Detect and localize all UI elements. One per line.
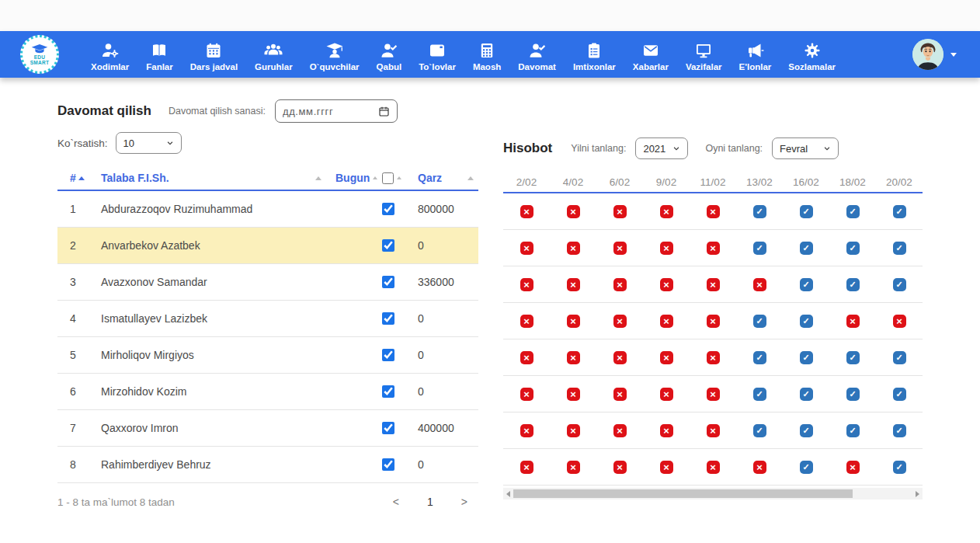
absent-x-icon[interactable]: ×: [660, 388, 673, 401]
horizontal-scrollbar[interactable]: [503, 488, 923, 499]
present-check-icon[interactable]: ✓: [753, 242, 766, 255]
absent-x-icon[interactable]: ×: [660, 351, 673, 364]
scrollbar-thumb[interactable]: [513, 489, 853, 498]
present-check-icon[interactable]: ✓: [753, 205, 766, 218]
absent-x-icon[interactable]: ×: [707, 388, 720, 401]
present-check-icon[interactable]: ✓: [846, 278, 860, 291]
absent-x-icon[interactable]: ×: [520, 461, 533, 474]
absent-x-icon[interactable]: ×: [707, 351, 720, 364]
absent-x-icon[interactable]: ×: [520, 315, 533, 328]
absent-x-icon[interactable]: ×: [707, 424, 720, 437]
present-check-icon[interactable]: ✓: [753, 351, 766, 364]
attendance-checkbox[interactable]: [382, 422, 394, 434]
sort-icon[interactable]: [373, 176, 377, 179]
table-row[interactable]: 6Mirzohidov Kozim0: [57, 374, 478, 410]
present-check-icon[interactable]: ✓: [800, 242, 813, 255]
table-row[interactable]: 8Rahimberdiyev Behruz0: [57, 447, 478, 483]
nav-item-xodimlar[interactable]: Xodimlar: [82, 40, 137, 71]
user-menu-caret-icon[interactable]: [950, 53, 957, 57]
present-check-icon[interactable]: ✓: [893, 351, 906, 364]
absent-x-icon[interactable]: ×: [753, 278, 766, 291]
prev-page-button[interactable]: <: [393, 496, 399, 508]
present-check-icon[interactable]: ✓: [846, 205, 860, 218]
attendance-checkbox[interactable]: [382, 349, 394, 361]
user-avatar[interactable]: [912, 39, 944, 70]
sort-icon[interactable]: [397, 176, 401, 179]
present-check-icon[interactable]: ✓: [846, 424, 860, 437]
absent-x-icon[interactable]: ×: [520, 388, 533, 401]
nav-item-guruhlar[interactable]: Guruhlar: [246, 40, 301, 71]
next-page-button[interactable]: >: [461, 496, 467, 508]
absent-x-icon[interactable]: ×: [567, 461, 580, 474]
present-check-icon[interactable]: ✓: [846, 242, 860, 255]
absent-x-icon[interactable]: ×: [520, 242, 533, 255]
column-today-header[interactable]: Bugun: [335, 172, 370, 184]
table-row[interactable]: 3Avazxonov Samandar336000: [57, 264, 478, 301]
absent-x-icon[interactable]: ×: [567, 388, 580, 401]
present-check-icon[interactable]: ✓: [893, 205, 906, 218]
nav-item-qabul[interactable]: Qabul: [368, 40, 411, 71]
column-number-header[interactable]: #: [70, 172, 76, 184]
calendar-picker-icon[interactable]: [378, 106, 390, 117]
attendance-checkbox[interactable]: [382, 458, 394, 471]
absent-x-icon[interactable]: ×: [707, 461, 720, 474]
nav-item-tolovlar[interactable]: To`lovlar: [410, 40, 464, 71]
attendance-checkbox[interactable]: [382, 312, 394, 325]
sort-icon[interactable]: [467, 176, 474, 180]
present-check-icon[interactable]: ✓: [893, 242, 906, 255]
present-check-icon[interactable]: ✓: [846, 351, 860, 364]
absent-x-icon[interactable]: ×: [613, 315, 627, 328]
sort-asc-icon[interactable]: [78, 176, 85, 180]
attendance-date-input[interactable]: [283, 106, 378, 117]
absent-x-icon[interactable]: ×: [846, 461, 860, 474]
absent-x-icon[interactable]: ×: [660, 242, 673, 255]
absent-x-icon[interactable]: ×: [660, 461, 673, 474]
absent-x-icon[interactable]: ×: [893, 315, 906, 328]
absent-x-icon[interactable]: ×: [520, 351, 533, 364]
absent-x-icon[interactable]: ×: [707, 205, 720, 218]
scroll-left-arrow-icon[interactable]: [506, 491, 510, 497]
sort-icon[interactable]: [315, 176, 321, 180]
absent-x-icon[interactable]: ×: [567, 242, 580, 255]
attendance-checkbox[interactable]: [382, 239, 394, 252]
table-row[interactable]: 1Abdurazzoqov Ruzimuhammad800000: [57, 191, 478, 228]
nav-item-sozlamalar[interactable]: Sozlamalar: [780, 40, 844, 71]
absent-x-icon[interactable]: ×: [613, 205, 627, 218]
absent-x-icon[interactable]: ×: [660, 315, 673, 328]
scroll-right-arrow-icon[interactable]: [916, 491, 919, 497]
nav-item-imtixonlar[interactable]: Imtixonlar: [565, 40, 624, 71]
column-name-header[interactable]: Talaba F.I.Sh.: [101, 172, 169, 184]
absent-x-icon[interactable]: ×: [613, 388, 627, 401]
present-check-icon[interactable]: ✓: [753, 388, 766, 401]
table-row[interactable]: 7Qaxxorov Imron400000: [57, 410, 478, 447]
absent-x-icon[interactable]: ×: [520, 205, 533, 218]
nav-item-dars-jadval[interactable]: Dars jadval: [182, 40, 246, 71]
present-check-icon[interactable]: ✓: [800, 315, 813, 328]
table-row[interactable]: 4Ismatullayev Lazizbek0: [57, 301, 478, 337]
absent-x-icon[interactable]: ×: [613, 461, 627, 474]
present-check-icon[interactable]: ✓: [893, 461, 906, 474]
absent-x-icon[interactable]: ×: [520, 278, 533, 291]
absent-x-icon[interactable]: ×: [567, 205, 580, 218]
present-check-icon[interactable]: ✓: [800, 461, 813, 474]
absent-x-icon[interactable]: ×: [707, 278, 720, 291]
present-check-icon[interactable]: ✓: [846, 388, 860, 401]
page-size-select[interactable]: 10: [116, 132, 182, 154]
nav-item-elonlar[interactable]: E'lonlar: [731, 40, 780, 71]
present-check-icon[interactable]: ✓: [753, 424, 766, 437]
present-check-icon[interactable]: ✓: [893, 424, 906, 437]
current-page-number[interactable]: 1: [427, 496, 433, 508]
absent-x-icon[interactable]: ×: [707, 315, 720, 328]
nav-item-davomat[interactable]: Davomat: [509, 40, 565, 71]
table-row[interactable]: 2Anvarbekov Azatbek0: [57, 228, 478, 264]
nav-item-xabarlar[interactable]: Xabarlar: [624, 40, 677, 71]
absent-x-icon[interactable]: ×: [520, 424, 533, 437]
nav-item-fanlar[interactable]: Fanlar: [137, 40, 182, 71]
select-all-checkbox[interactable]: [382, 172, 394, 184]
absent-x-icon[interactable]: ×: [613, 424, 627, 437]
present-check-icon[interactable]: ✓: [800, 278, 813, 291]
year-select[interactable]: 2021: [635, 137, 688, 159]
app-logo[interactable]: EDU SMART: [20, 35, 59, 74]
absent-x-icon[interactable]: ×: [567, 278, 580, 291]
absent-x-icon[interactable]: ×: [707, 242, 720, 255]
